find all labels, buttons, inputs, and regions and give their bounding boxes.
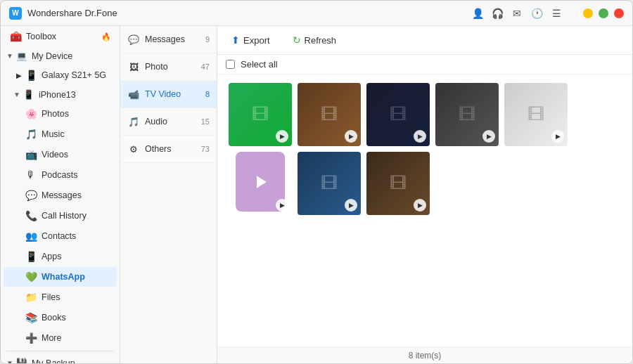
play-btn-8[interactable]: ▶ [414, 199, 426, 212]
middle-messages-icon: 💬 [127, 33, 140, 46]
refresh-button[interactable]: ↻ Refresh [287, 32, 343, 48]
video-grid: 🎞 ▶ 🎞 ▶ 🎞 ▶ [229, 83, 621, 215]
iphone13-header[interactable]: ▼ 📱 iPhone13 [1, 86, 120, 103]
sidebar-item-more[interactable]: ➕ More [4, 328, 117, 348]
more-icon: ➕ [25, 332, 37, 344]
app-title: Wondershare Dr.Fone [27, 8, 471, 18]
middle-tv-video-icon: 📹 [127, 88, 140, 100]
export-button[interactable]: ⬆ Export [226, 32, 276, 48]
contacts-icon: 👥 [25, 230, 37, 242]
headset-icon[interactable]: 🎧 [490, 6, 504, 20]
play-btn-7[interactable]: ▶ [345, 199, 357, 212]
sidebar: 🧰 Toolbox 🔥 ▼ 💻 My Device ▶ 📱 Galaxy S21… [1, 26, 120, 363]
export-icon: ⬆ [231, 34, 240, 46]
video-placeholder[interactable]: ▶ [229, 152, 292, 215]
play-btn-3[interactable]: ▶ [414, 130, 426, 143]
middle-photo-icon: 🖼 [127, 60, 140, 73]
play-btn-5[interactable]: ▶ [551, 130, 564, 143]
video-thumb-4[interactable]: 🎞 ▶ [435, 83, 499, 146]
window-controls: 👤 🎧 ✉ 🕐 ☰ [471, 6, 624, 20]
minimize-button[interactable] [583, 8, 593, 18]
select-all-checkbox[interactable] [226, 60, 235, 69]
photos-icon: 🌸 [25, 108, 37, 120]
video-thumb-2[interactable]: 🎞 ▶ [298, 83, 361, 146]
my-device-arrow: ▼ [6, 52, 13, 60]
sidebar-item-whatsapp[interactable]: 💚 WhatsApp [4, 267, 117, 287]
galaxy-arrow: ▶ [16, 72, 22, 79]
my-backup-icon: 💾 [16, 358, 27, 363]
video-thumb-1[interactable]: 🎞 ▶ [229, 83, 292, 146]
call-history-icon: 📞 [25, 209, 37, 222]
iphone13-arrow: ▼ [13, 91, 20, 98]
sidebar-item-apps[interactable]: 📱 Apps [4, 247, 117, 266]
sidebar-item-photos[interactable]: 🌸 Photos [4, 104, 117, 124]
sidebar-item-call-history[interactable]: 📞 Call History [4, 206, 117, 226]
my-device-header[interactable]: ▼ 💻 My Device [1, 47, 120, 65]
sidebar-item-messages[interactable]: 💬 Messages [4, 186, 117, 205]
sidebar-item-music[interactable]: 🎵 Music [4, 124, 117, 144]
music-icon: 🎵 [25, 128, 37, 141]
middle-audio-icon: 🎵 [127, 115, 140, 128]
middle-item-messages[interactable]: 💬 Messages 9 [120, 26, 217, 53]
apps-icon: 📱 [25, 250, 37, 263]
sidebar-item-contacts[interactable]: 👥 Contacts [4, 226, 117, 246]
sidebar-item-toolbox[interactable]: 🧰 Toolbox 🔥 [4, 27, 117, 46]
my-backup-arrow: ▼ [6, 359, 13, 363]
play-btn-4[interactable]: ▶ [482, 130, 495, 143]
profile-icon[interactable]: 👤 [471, 6, 485, 20]
video-thumb-8[interactable]: 🎞 ▶ [366, 152, 430, 215]
menu-icon[interactable]: ☰ [549, 6, 563, 20]
app-logo: W [9, 7, 22, 20]
video-thumb-5[interactable]: 🎞 ▶ [504, 83, 568, 146]
podcasts-icon: 🎙 [25, 169, 37, 181]
play-btn-placeholder[interactable]: ▶ [276, 199, 288, 212]
whatsapp-icon: 💚 [25, 271, 37, 283]
select-all-label[interactable]: Select all [241, 59, 278, 70]
sidebar-item-galaxy[interactable]: ▶ 📱 Galaxy S21+ 5G [4, 65, 117, 85]
galaxy-icon: 📱 [25, 69, 37, 82]
iphone13-icon: 📱 [23, 89, 34, 100]
status-bar: 8 item(s) [217, 347, 632, 363]
messages-icon: 💬 [25, 189, 37, 202]
mail-icon[interactable]: ✉ [510, 6, 524, 20]
sidebar-item-videos[interactable]: 📺 Videos [4, 145, 117, 164]
toolbox-icon: 🧰 [9, 30, 22, 43]
videos-icon: 📺 [25, 148, 37, 161]
my-device-icon: 💻 [16, 51, 27, 61]
play-btn-2[interactable]: ▶ [345, 130, 357, 143]
toolbox-flame: 🔥 [101, 32, 111, 41]
select-bar: Select all [217, 55, 632, 74]
video-thumb-7[interactable]: 🎞 ▶ [298, 152, 361, 215]
content-area: 🎞 ▶ 🎞 ▶ 🎞 ▶ [217, 74, 632, 347]
books-icon: 📚 [25, 311, 37, 324]
toolbar: ⬆ Export ↻ Refresh [217, 26, 632, 55]
right-panel: ⬆ Export ↻ Refresh Select all [217, 26, 632, 363]
maximize-button[interactable] [599, 8, 608, 18]
close-button[interactable] [614, 8, 624, 18]
middle-item-tv-video[interactable]: 📹 TV Video 8 [120, 81, 217, 108]
middle-item-audio[interactable]: 🎵 Audio 15 [120, 108, 217, 136]
middle-item-photo[interactable]: 🖼 Photo 47 [120, 53, 217, 81]
sidebar-item-podcasts[interactable]: 🎙 Podcasts [4, 165, 117, 185]
sidebar-item-books[interactable]: 📚 Books [4, 308, 117, 327]
history-icon[interactable]: 🕐 [530, 6, 544, 20]
refresh-icon: ↻ [293, 34, 301, 46]
play-btn-1[interactable]: ▶ [276, 130, 288, 143]
sidebar-item-files[interactable]: 📁 Files [4, 287, 117, 307]
middle-panel: 💬 Messages 9 🖼 Photo 47 📹 TV Video 8 🎵 A… [120, 26, 217, 363]
video-thumb-3[interactable]: 🎞 ▶ [366, 83, 430, 146]
my-backup-header[interactable]: ▼ 💾 My Backup [1, 354, 120, 363]
title-bar: W Wondershare Dr.Fone 👤 🎧 ✉ 🕐 ☰ [1, 1, 632, 26]
middle-item-others[interactable]: ⚙ Others 73 [120, 136, 217, 163]
files-icon: 📁 [25, 291, 37, 304]
middle-others-icon: ⚙ [127, 143, 140, 155]
